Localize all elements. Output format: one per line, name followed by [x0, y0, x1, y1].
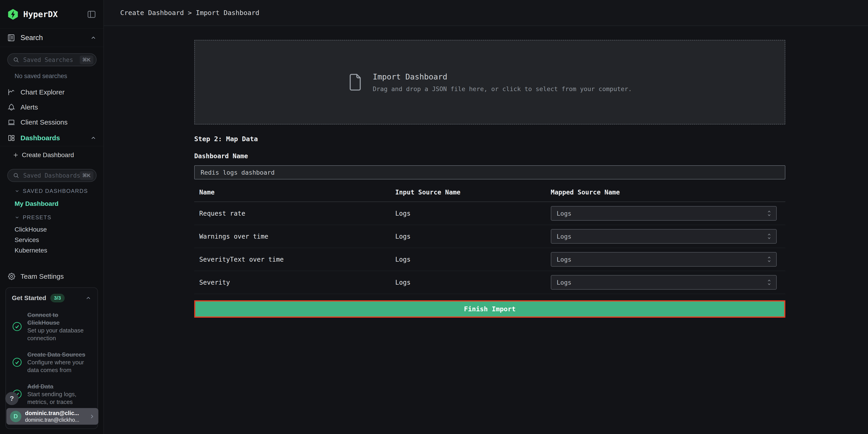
checklist-item-title: Add Data — [27, 382, 92, 390]
section-header-label: PRESETS — [23, 214, 52, 221]
dashboard-name-input[interactable] — [194, 165, 785, 179]
column-header-name: Name — [194, 189, 395, 196]
sidebar-item-clickhouse[interactable]: ClickHouse — [14, 224, 103, 235]
mapped-source-select[interactable]: Logs — [551, 229, 777, 244]
sidebar-item-dashboards[interactable]: Dashboards — [0, 130, 103, 146]
finish-import-button[interactable]: Finish Import — [194, 300, 785, 318]
sidebar-item-kubernetes[interactable]: Kubernetes — [14, 245, 103, 256]
presets-list: ClickHouse Services Kubernetes — [0, 224, 103, 256]
sidebar-item-label: Client Sessions — [21, 118, 97, 126]
checklist-item-add-data[interactable]: Add Data Start sending logs, metrics, or… — [12, 382, 92, 406]
app-root: HyperDX Search — [0, 0, 868, 434]
sidebar-item-label: Chart Explorer — [21, 88, 97, 96]
sidebar-item-label: Alerts — [21, 103, 97, 111]
bell-icon — [7, 103, 16, 111]
checklist-item-description: Set up your database connection — [27, 327, 92, 342]
breadcrumb[interactable]: Create Dashboard > Import Dashboard — [120, 9, 259, 17]
avatar: D — [10, 411, 22, 422]
chevron-right-icon — [89, 413, 95, 420]
user-texts: dominic.tran@clic... dominic.tran@clickh… — [25, 410, 89, 423]
layout-grid-icon — [7, 134, 16, 142]
check-circle-icon — [12, 321, 22, 332]
main-area: Create Dashboard > Import Dashboard Impo… — [104, 0, 868, 434]
mapped-source-select[interactable]: Logs — [551, 206, 777, 221]
get-started-header[interactable]: Get Started 3/3 — [12, 294, 92, 302]
team-settings-label: Team Settings — [21, 273, 64, 280]
row-name: SeverityText over time — [194, 256, 395, 263]
dropzone-text: Import Dashboard Drag and drop a JSON fi… — [373, 72, 632, 92]
saved-dashboards-section-header[interactable]: SAVED DASHBOARDS — [14, 188, 103, 194]
checklist-item-connect-clickhouse[interactable]: Connect to ClickHouse Set up your databa… — [12, 311, 92, 342]
help-button[interactable]: ? — [5, 392, 19, 405]
chevron-up-icon — [90, 35, 97, 41]
checklist-item-title: Connect to ClickHouse — [27, 311, 92, 327]
mapping-table-header: Name Input Source Name Mapped Source Nam… — [194, 189, 785, 202]
app-title: HyperDX — [23, 9, 87, 19]
search-icon — [13, 57, 20, 63]
mapped-source-select[interactable]: Logs — [551, 275, 777, 290]
sidebar-item-search[interactable]: Search — [0, 29, 103, 47]
dropzone-title: Import Dashboard — [373, 72, 632, 81]
saved-searches-searchbox[interactable]: ⌘K — [7, 53, 97, 66]
table-row: SeverityText over time Logs Logs — [194, 248, 785, 271]
mapped-source-select[interactable]: Logs — [551, 252, 777, 267]
chevron-updown-icon — [766, 232, 773, 240]
notebook-icon — [7, 33, 16, 42]
chevron-updown-icon — [766, 278, 773, 286]
sidebar-nav: Chart Explorer Alerts Client Sessions — [0, 85, 103, 146]
saved-dashboards-searchbox[interactable]: ⌘K — [7, 169, 97, 182]
sidebar-item-services[interactable]: Services — [14, 235, 103, 245]
sidebar-item-client-sessions[interactable]: Client Sessions — [0, 115, 103, 130]
get-started-items: Connect to ClickHouse Set up your databa… — [12, 311, 92, 406]
row-name: Severity — [194, 279, 395, 286]
table-row: Warnings over time Logs Logs — [194, 225, 785, 248]
column-header-input-source: Input Source Name — [395, 189, 549, 196]
create-dashboard-button[interactable]: Create Dashboard — [0, 148, 103, 162]
sidebar-item-label: Search — [21, 34, 90, 42]
chevron-updown-icon — [766, 210, 773, 217]
saved-searches-input[interactable] — [23, 57, 80, 63]
checklist-item-create-data-sources[interactable]: Create Data Sources Configure where your… — [12, 351, 92, 374]
dropzone-subtitle: Drag and drop a JSON file here, or click… — [373, 85, 632, 92]
step-label: Step 2: Map Data — [194, 135, 785, 143]
chart-line-icon — [7, 88, 16, 96]
sidebar-item-alerts[interactable]: Alerts — [0, 100, 103, 115]
row-name: Request rate — [194, 210, 395, 217]
saved-dashboards-input[interactable] — [23, 172, 80, 179]
plus-icon — [13, 152, 19, 158]
row-input-source: Logs — [395, 210, 549, 217]
laptop-icon — [7, 118, 16, 126]
chevron-down-icon — [14, 189, 20, 193]
chevron-down-icon — [14, 215, 20, 220]
selected-value: Logs — [557, 279, 571, 286]
chevron-up-icon — [85, 295, 92, 301]
user-menu[interactable]: D dominic.tran@clic... dominic.tran@clic… — [6, 408, 98, 425]
sidebar-item-my-dashboard[interactable]: My Dashboard — [14, 199, 103, 208]
chevron-updown-icon — [766, 255, 773, 263]
sidebar-item-chart-explorer[interactable]: Chart Explorer — [0, 85, 103, 100]
sidebar: HyperDX Search — [0, 0, 104, 434]
selected-value: Logs — [557, 256, 571, 263]
shortcut-badge: ⌘K — [80, 56, 93, 64]
gear-icon — [7, 272, 16, 281]
shortcut-badge: ⌘K — [80, 171, 93, 180]
checklist-item-description: Configure where your data comes from — [27, 359, 92, 374]
get-started-title: Get Started — [12, 294, 46, 302]
logo-row: HyperDX — [0, 0, 103, 29]
search-icon — [13, 172, 20, 179]
get-started-panel: Get Started 3/3 Connect to ClickHouse Se… — [5, 287, 98, 429]
no-saved-searches-text: No saved searches — [14, 73, 103, 80]
presets-section-header[interactable]: PRESETS — [14, 214, 103, 221]
table-row: Severity Logs Logs — [194, 271, 785, 294]
mapping-table: Name Input Source Name Mapped Source Nam… — [194, 189, 785, 294]
column-header-mapped-source: Mapped Source Name — [549, 189, 785, 196]
checklist-item-title: Create Data Sources — [27, 351, 92, 359]
selected-value: Logs — [557, 233, 571, 240]
sidebar-item-label: Dashboards — [21, 134, 90, 142]
create-dashboard-label: Create Dashboard — [22, 151, 74, 159]
sidebar-item-team-settings[interactable]: Team Settings — [0, 269, 103, 284]
topbar: Create Dashboard > Import Dashboard — [104, 0, 868, 26]
hyperdx-logo-icon — [7, 8, 19, 21]
sidebar-collapse-icon[interactable] — [87, 9, 97, 19]
import-dropzone[interactable]: Import Dashboard Drag and drop a JSON fi… — [194, 40, 785, 125]
